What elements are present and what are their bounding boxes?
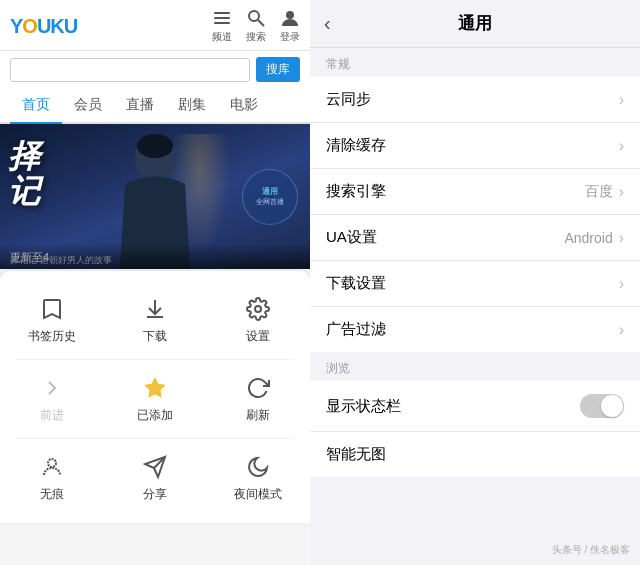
menu-bookmark[interactable]: 书签历史 bbox=[0, 285, 103, 355]
smart-noimage-label: 智能无图 bbox=[326, 445, 386, 464]
toggle-knob bbox=[601, 395, 623, 417]
right-panel: ‹ 通用 常规 云同步 › 清除缓存 › 搜索引擎 百度 › UA设置 bbox=[310, 0, 640, 565]
menu-private[interactable]: 无痕 bbox=[0, 443, 103, 513]
watermark: 头条号 / 佚名极客 bbox=[552, 543, 630, 557]
menu-download[interactable]: 下载 bbox=[103, 285, 206, 355]
menu-settings[interactable]: 设置 bbox=[207, 285, 310, 355]
clear-cache-chevron: › bbox=[619, 137, 624, 155]
statusbar-toggle[interactable] bbox=[580, 394, 624, 418]
refresh-icon bbox=[244, 374, 272, 402]
menu-refresh[interactable]: 刷新 bbox=[207, 364, 310, 434]
menu-refresh-label: 刷新 bbox=[246, 407, 270, 424]
download-label: 下载设置 bbox=[326, 274, 386, 293]
section-browse-header: 浏览 bbox=[310, 352, 640, 381]
settings-search-engine[interactable]: 搜索引擎 百度 › bbox=[310, 169, 640, 215]
right-header: ‹ 通用 bbox=[310, 0, 640, 48]
tab-live[interactable]: 直播 bbox=[114, 88, 166, 122]
menu-row-3: 无痕 分享 夜间模式 bbox=[0, 443, 310, 513]
menu-added[interactable]: 已添加 bbox=[103, 364, 206, 434]
settings-ua[interactable]: UA设置 Android › bbox=[310, 215, 640, 261]
search-button[interactable]: 搜库 bbox=[256, 57, 300, 82]
hero-image: 择 记 通用 全网首播 更新至4 择花记 唐朝好男人的故事 bbox=[0, 124, 310, 269]
settings-group-regular: 云同步 › 清除缓存 › 搜索引擎 百度 › UA设置 Android › bbox=[310, 77, 640, 352]
ua-value: Android bbox=[564, 230, 612, 246]
menu-private-label: 无痕 bbox=[40, 486, 64, 503]
settings-smart-noimage[interactable]: 智能无图 bbox=[310, 432, 640, 477]
statusbar-right bbox=[580, 394, 624, 418]
nav-tabs: 首页 会员 直播 剧集 电影 bbox=[0, 88, 310, 124]
settings-title: 通用 bbox=[458, 12, 492, 35]
hero-title: 择 记 bbox=[8, 139, 40, 209]
menu-settings-label: 设置 bbox=[246, 328, 270, 345]
search-engine-right: 百度 › bbox=[585, 183, 624, 201]
right-footer: 头条号 / 佚名极客 bbox=[310, 477, 640, 565]
channel-label: 频道 bbox=[212, 30, 232, 44]
settings-statusbar[interactable]: 显示状态栏 bbox=[310, 381, 640, 432]
menu-forward-label: 前进 bbox=[40, 407, 64, 424]
channel-nav[interactable]: 频道 bbox=[212, 8, 232, 44]
search-engine-chevron: › bbox=[619, 183, 624, 201]
tab-member[interactable]: 会员 bbox=[62, 88, 114, 122]
svg-point-3 bbox=[249, 11, 259, 21]
bookmark-icon bbox=[38, 295, 66, 323]
login-label: 登录 bbox=[280, 30, 300, 44]
menu-share[interactable]: 分享 bbox=[103, 443, 206, 513]
menu-nightmode[interactable]: 夜间模式 bbox=[207, 443, 310, 513]
download-icon bbox=[141, 295, 169, 323]
forward-icon bbox=[38, 374, 66, 402]
tab-movie[interactable]: 电影 bbox=[218, 88, 270, 122]
ua-right: Android › bbox=[564, 229, 624, 247]
left-panel: YOUKU 频道 搜索 bbox=[0, 0, 310, 565]
menu-divider-1 bbox=[16, 359, 294, 360]
statusbar-label: 显示状态栏 bbox=[326, 397, 401, 416]
menu-forward[interactable]: 前进 bbox=[0, 364, 103, 434]
menu-divider-2 bbox=[16, 438, 294, 439]
menu-row-1: 书签历史 下载 设置 bbox=[0, 285, 310, 355]
share-icon bbox=[141, 453, 169, 481]
search-label: 搜索 bbox=[246, 30, 266, 44]
settings-icon bbox=[244, 295, 272, 323]
ad-filter-chevron: › bbox=[619, 321, 624, 339]
svg-line-4 bbox=[258, 20, 264, 26]
tab-home[interactable]: 首页 bbox=[10, 88, 62, 122]
search-input[interactable] bbox=[10, 58, 250, 82]
top-nav: YOUKU 频道 搜索 bbox=[0, 0, 310, 51]
settings-group-browse: 显示状态栏 智能无图 bbox=[310, 381, 640, 477]
menu-download-label: 下载 bbox=[143, 328, 167, 345]
svg-point-9 bbox=[255, 306, 261, 312]
clear-cache-right: › bbox=[619, 137, 624, 155]
private-icon bbox=[38, 453, 66, 481]
ad-filter-label: 广告过滤 bbox=[326, 320, 386, 339]
youku-logo: YOUKU bbox=[10, 15, 77, 38]
svg-marker-10 bbox=[145, 378, 165, 397]
search-nav[interactable]: 搜索 bbox=[246, 8, 266, 44]
svg-rect-2 bbox=[214, 22, 230, 24]
back-button[interactable]: ‹ bbox=[324, 12, 331, 35]
nightmode-icon bbox=[244, 453, 272, 481]
star-icon bbox=[141, 374, 169, 402]
settings-download[interactable]: 下载设置 › bbox=[310, 261, 640, 307]
download-right: › bbox=[619, 275, 624, 293]
svg-rect-0 bbox=[214, 12, 230, 14]
ua-label: UA设置 bbox=[326, 228, 377, 247]
menu-added-label: 已添加 bbox=[137, 407, 173, 424]
menu-row-2: 前进 已添加 刷新 bbox=[0, 364, 310, 434]
settings-clear-cache[interactable]: 清除缓存 › bbox=[310, 123, 640, 169]
login-nav[interactable]: 登录 bbox=[280, 8, 300, 44]
cloud-sync-label: 云同步 bbox=[326, 90, 371, 109]
svg-point-5 bbox=[286, 11, 294, 19]
hero-badge: 通用 全网首播 bbox=[242, 169, 298, 225]
cloud-sync-chevron: › bbox=[619, 91, 624, 109]
ad-filter-right: › bbox=[619, 321, 624, 339]
search-bar: 搜库 bbox=[0, 51, 310, 88]
nav-icons: 频道 搜索 登录 bbox=[212, 8, 300, 44]
menu-overlay: 书签历史 下载 设置 bbox=[0, 271, 310, 523]
search-engine-value: 百度 bbox=[585, 183, 613, 201]
clear-cache-label: 清除缓存 bbox=[326, 136, 386, 155]
settings-ad-filter[interactable]: 广告过滤 › bbox=[310, 307, 640, 352]
cloud-sync-right: › bbox=[619, 91, 624, 109]
menu-nightmode-label: 夜间模式 bbox=[234, 486, 282, 503]
settings-cloud-sync[interactable]: 云同步 › bbox=[310, 77, 640, 123]
tab-series[interactable]: 剧集 bbox=[166, 88, 218, 122]
menu-bookmark-label: 书签历史 bbox=[28, 328, 76, 345]
